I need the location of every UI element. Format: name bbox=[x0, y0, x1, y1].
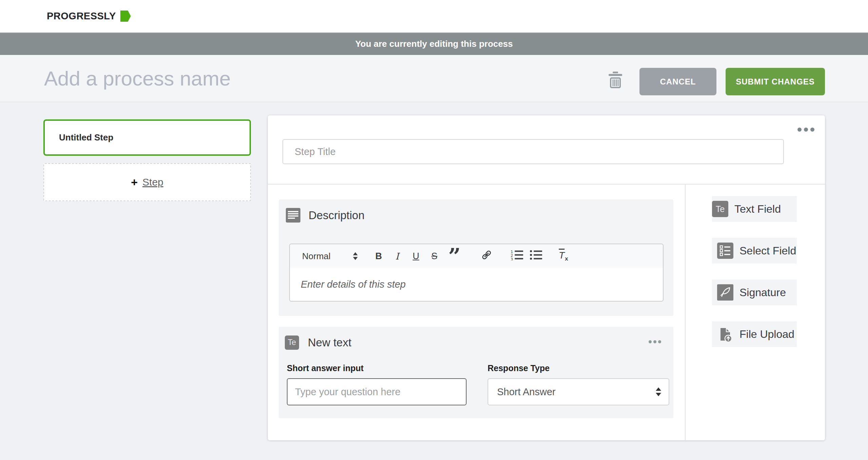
submit-changes-button[interactable]: SUBMIT CHANGES bbox=[726, 68, 825, 95]
bold-button[interactable]: B bbox=[375, 251, 382, 262]
description-placeholder: Enter details of this step bbox=[301, 279, 406, 290]
top-bar: PROGRESSLY bbox=[0, 0, 868, 32]
field-heading: New text bbox=[308, 336, 351, 349]
logo-flag-icon bbox=[120, 11, 131, 22]
field-options-menu-icon[interactable] bbox=[647, 340, 661, 343]
description-editor[interactable]: Enter details of this step bbox=[289, 268, 664, 302]
add-step-button[interactable]: + Step bbox=[43, 163, 251, 201]
response-type-value: Short Answer bbox=[497, 386, 555, 398]
select-arrows-icon bbox=[656, 387, 661, 396]
link-icon bbox=[481, 252, 492, 263]
bullet-list-icon bbox=[529, 252, 543, 263]
response-type-select[interactable]: Short Answer bbox=[488, 378, 669, 405]
text-field-icon: Te bbox=[712, 201, 728, 217]
text-field-section: Te New text Short answer input Response … bbox=[279, 327, 673, 418]
step-options-menu-icon[interactable] bbox=[795, 128, 814, 132]
question-label: Short answer input bbox=[287, 363, 363, 373]
plus-icon: + bbox=[131, 176, 138, 189]
step-editor-card: Description Normal B I U S ” bbox=[268, 115, 825, 440]
text-field-te-icon: Te bbox=[285, 336, 299, 350]
ordered-list-icon: 1 2 3 bbox=[510, 252, 524, 263]
link-button[interactable] bbox=[481, 250, 492, 263]
add-step-label: Step bbox=[142, 176, 163, 188]
select-field-icon bbox=[717, 243, 733, 259]
richtext-toolbar: Normal B I U S ” bbox=[289, 244, 664, 269]
italic-button[interactable]: I bbox=[395, 251, 399, 262]
svg-text:3: 3 bbox=[511, 257, 513, 261]
palette-item-select-field[interactable]: Select Field bbox=[712, 238, 797, 264]
description-section: Description Normal B I U S ” bbox=[279, 199, 673, 316]
file-upload-icon bbox=[717, 326, 733, 342]
underline-button[interactable]: U bbox=[413, 251, 419, 262]
logo-text: PROGRESSLY bbox=[47, 11, 116, 22]
cancel-button[interactable]: CANCEL bbox=[639, 68, 716, 95]
step-list-item-selected[interactable]: Untitled Step bbox=[43, 119, 251, 156]
step-title-label: Untitled Step bbox=[59, 132, 113, 143]
bullet-list-button[interactable] bbox=[529, 250, 543, 263]
description-heading: Description bbox=[309, 209, 364, 222]
trash-icon bbox=[606, 85, 625, 91]
palette-item-signature[interactable]: Signature bbox=[712, 280, 797, 305]
process-name-input[interactable] bbox=[44, 62, 553, 95]
process-header: CANCEL SUBMIT CHANGES bbox=[0, 55, 868, 102]
editing-banner: You are currently editing this process bbox=[0, 32, 868, 55]
strikethrough-button[interactable]: S bbox=[431, 251, 437, 262]
palette-divider bbox=[685, 184, 686, 440]
step-title-input[interactable] bbox=[282, 139, 784, 164]
blockquote-button[interactable]: ” bbox=[448, 250, 461, 262]
progressly-logo: PROGRESSLY bbox=[47, 0, 131, 32]
question-input[interactable] bbox=[287, 378, 467, 405]
signature-icon bbox=[717, 284, 733, 301]
description-text-icon bbox=[286, 208, 300, 223]
delete-process-button[interactable] bbox=[606, 70, 625, 90]
header-divider bbox=[268, 184, 825, 185]
palette-item-file-upload[interactable]: File Upload bbox=[712, 321, 797, 347]
palette-item-text-field[interactable]: Te Text Field bbox=[712, 196, 797, 222]
ordered-list-button[interactable]: 1 2 3 bbox=[510, 250, 524, 263]
clear-formatting-button[interactable]: Tx bbox=[559, 250, 568, 262]
paragraph-style-picker[interactable]: Normal bbox=[302, 251, 331, 262]
response-type-label: Response Type bbox=[488, 363, 550, 373]
picker-arrows-icon[interactable] bbox=[353, 252, 358, 260]
editing-banner-text: You are currently editing this process bbox=[355, 39, 513, 49]
